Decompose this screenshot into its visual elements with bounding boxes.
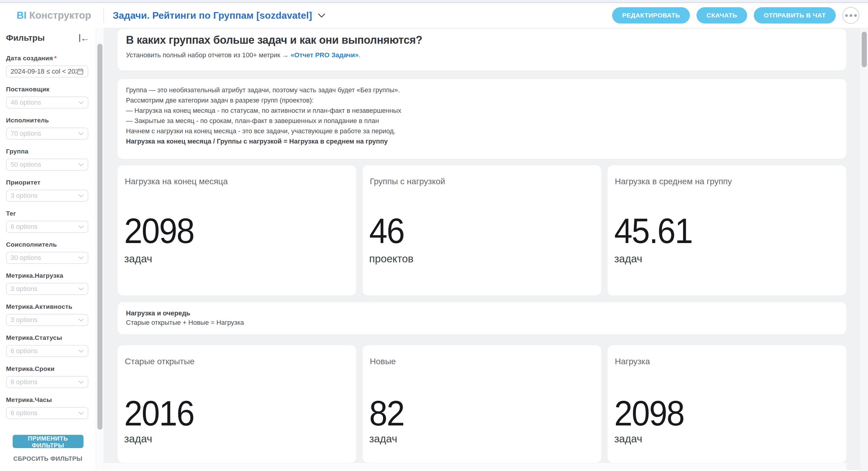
header-divider [103, 7, 104, 23]
kpi-value: 2098 [614, 396, 684, 431]
filters-title: Фильтры [6, 33, 44, 43]
chevron-down-icon [79, 194, 84, 198]
kpi-label: Нагрузка в среднем на группу [615, 177, 839, 186]
select-priority[interactable]: 3 options [6, 190, 88, 202]
kpi-label: Нагрузка на конец месяца [125, 177, 349, 186]
filter-author: Постановщик 46 options [6, 86, 88, 117]
chevron-down-icon [79, 256, 84, 260]
kpi-unit: задач [614, 433, 642, 445]
kpi-unit: задач [369, 433, 397, 445]
description-line: Рассмотрим две категории задач в разрезе… [126, 95, 838, 106]
app-logo: BIКонструктор [17, 10, 91, 21]
header-actions: РЕДАКТИРОВАТЬ СКАЧАТЬ ОТПРАВИТЬ В ЧАТ [612, 7, 859, 24]
select-metric-statuses[interactable]: 6 options [6, 345, 88, 357]
kpi-card-new: Новые 82 задач [363, 345, 601, 463]
kpi-value: 82 [369, 396, 404, 431]
description-line: Группа — это необязательный атрибут зада… [126, 85, 838, 95]
select-coassignee[interactable]: 30 options [6, 252, 88, 264]
filter-label: Приоритет [6, 179, 40, 186]
report-pro-link[interactable]: «Отчет PRO Задачи» [290, 51, 359, 59]
description-line: Начнем с нагрузки на конец месяца - это … [126, 126, 838, 136]
select-metric-hours[interactable]: 6 options [6, 407, 88, 419]
apply-filters-button[interactable]: ПРИМЕНИТЬ ФИЛЬТРЫ [13, 435, 84, 448]
report-title: Задачи. Рейтинги по Группам [sozdavatel] [113, 10, 312, 21]
filter-label: Соисполнитель [6, 241, 57, 248]
logo-bi-mark: BI [17, 10, 27, 21]
select-author[interactable]: 46 options [6, 96, 88, 109]
kpi-unit: проектов [369, 253, 413, 265]
reset-filters-link[interactable]: СБРОСИТЬ ФИЛЬТРЫ [13, 455, 82, 462]
kpi-unit: задач [614, 253, 642, 265]
filter-coassignee: Соисполнитель 30 options [6, 241, 88, 272]
more-actions-button[interactable] [842, 7, 859, 24]
kpi-label: Старые открытые [125, 357, 349, 366]
bar [79, 34, 80, 42]
kpi-card-avg-load-per-group: Нагрузка в среднем на группу 45.61 задач [608, 165, 846, 295]
content-bottom-strip [104, 463, 846, 470]
select-group[interactable]: 50 options [6, 158, 88, 171]
required-asterisk: * [54, 55, 57, 61]
main-scrollbar-thumb[interactable] [862, 32, 867, 67]
filter-label: Исполнитель [6, 117, 49, 124]
select-tag[interactable]: 6 options [6, 221, 88, 233]
select-metric-activity[interactable]: 3 options [6, 314, 88, 326]
kpi-label: Группы с нагрузкой [370, 177, 594, 186]
kpi-row-1: Нагрузка на конец месяца 2098 задач Груп… [118, 165, 868, 295]
intro-subtext: Установить полный набор отчетов из 100+ … [126, 51, 838, 59]
description-formula: Нагрузка на конец месяца / Группы с нагр… [126, 136, 838, 147]
filter-label: Тег [6, 210, 16, 217]
filter-label: Дата создания* [6, 55, 57, 61]
filter-assignee: Исполнитель 70 options [6, 117, 88, 148]
date-filter-input[interactable]: 2024-09-18 ≤ col < 202... [6, 65, 88, 78]
sidebar-scrollbar-thumb[interactable] [97, 44, 102, 430]
kpi-unit: задач [124, 433, 152, 445]
select-assignee[interactable]: 70 options [6, 127, 88, 140]
collapse-sidebar-icon[interactable]: ← [79, 33, 90, 43]
logo-name: Конструктор [29, 10, 91, 21]
filter-metric-deadlines: Метрика.Сроки 6 options [6, 365, 88, 396]
section-title: Нагрузка и очередь [126, 309, 838, 318]
filter-metric-load: Метрика.Нагрузка 3 options [6, 272, 88, 303]
report-content: В каких группах больше задач и как они в… [104, 28, 868, 470]
filters-list: Дата создания* 2024-09-18 ≤ col < 202...… [0, 55, 96, 427]
filter-group: Группа 50 options [6, 148, 88, 179]
filters-panel: Фильтры ← Дата создания* 2024-09-18 ≤ co… [0, 28, 96, 470]
kpi-value: 45.61 [614, 213, 692, 248]
filter-label: Метрика.Нагрузка [6, 272, 63, 279]
kpi-row-2: Старые открытые 2016 задач Новые 82 зада… [118, 345, 868, 463]
filter-label: Метрика.Часы [6, 396, 52, 403]
bi-dashboard-page: BIКонструктор Задачи. Рейтинги по Группа… [0, 0, 868, 471]
description-line: — Закрытые за месяц - по срокам, план-фа… [126, 116, 838, 126]
chevron-down-icon [79, 132, 84, 136]
filter-label: Метрика.Сроки [6, 365, 55, 372]
chevron-down-icon [79, 163, 84, 167]
chevron-down-icon [79, 350, 84, 353]
chevron-down-icon [79, 101, 84, 104]
filter-label: Метрика.Статусы [6, 334, 62, 341]
calendar-icon [76, 68, 84, 75]
send-to-chat-button[interactable]: ОТПРАВИТЬ В ЧАТ [754, 7, 836, 24]
filter-label: Метрика.Активность [6, 303, 72, 310]
filter-metric-hours: Метрика.Часы 6 options [6, 396, 88, 427]
filter-label: Постановщик [6, 86, 50, 93]
select-metric-load[interactable]: 3 options [6, 283, 88, 295]
kpi-value: 46 [369, 213, 404, 248]
kpi-card-old-open: Старые открытые 2016 задач [118, 345, 356, 463]
chevron-down-icon [79, 225, 84, 229]
kpi-unit: задач [124, 253, 152, 265]
kpi-card-load: Нагрузка 2098 задач [608, 345, 846, 463]
chevron-down-icon [79, 381, 84, 384]
kpi-value: 2098 [124, 213, 194, 248]
download-button[interactable]: СКАЧАТЬ [696, 7, 747, 24]
kpi-card-load-end-of-month: Нагрузка на конец месяца 2098 задач [118, 165, 356, 295]
edit-button[interactable]: РЕДАКТИРОВАТЬ [612, 7, 690, 24]
select-metric-deadlines[interactable]: 6 options [6, 376, 88, 388]
sidebar-scrollbar [96, 28, 104, 470]
filter-tag: Тег 6 options [6, 210, 88, 241]
description-section: Группа — это необязательный атрибут зада… [118, 79, 846, 159]
report-title-dropdown[interactable]: Задачи. Рейтинги по Группам [sozdavatel] [113, 10, 325, 21]
section-subtitle: Старые открытые + Новые = Нагрузка [126, 318, 838, 327]
intro-section: В каких группах больше задач и как они в… [118, 29, 846, 70]
top-strip [0, 0, 868, 3]
filter-label: Группа [6, 148, 28, 155]
